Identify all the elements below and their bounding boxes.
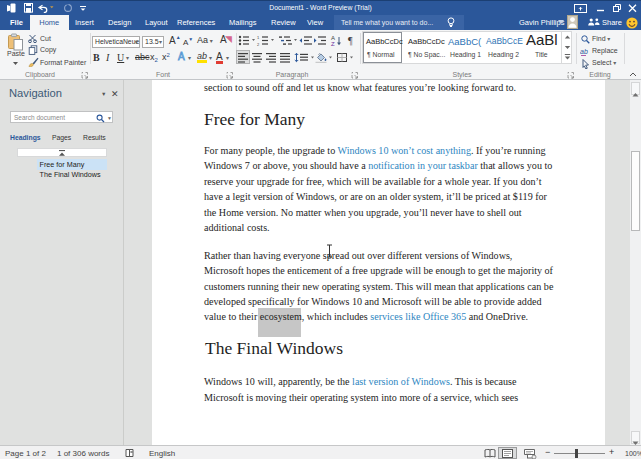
svg-text:1: 1 [257,35,260,40]
svg-text:Z: Z [331,41,335,46]
svg-text:2: 2 [257,42,260,46]
svg-text:¶: ¶ [348,35,353,46]
svg-text:ab: ab [580,48,588,55]
